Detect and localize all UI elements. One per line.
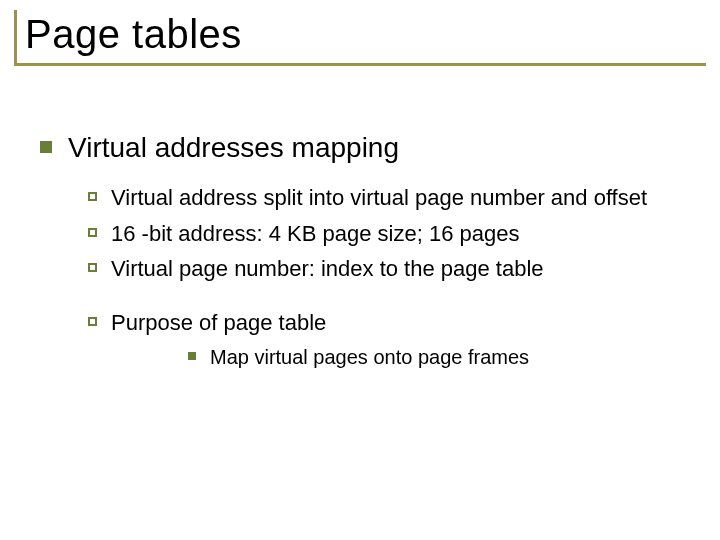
bullet-level1: Virtual addresses mapping: [40, 130, 680, 165]
bullet-level2: Purpose of page table: [88, 308, 680, 338]
level2-text: Purpose of page table: [111, 308, 326, 338]
bullet-level3: Map virtual pages onto page frames: [188, 344, 680, 370]
bullet-level2: Virtual page number: index to the page t…: [88, 254, 680, 284]
hollow-square-bullet-icon: [88, 263, 97, 272]
slide: Page tables Virtual addresses mapping Vi…: [0, 0, 720, 540]
bullet-level2: 16 -bit address: 4 KB page size; 16 page…: [88, 219, 680, 249]
hollow-square-bullet-icon: [88, 228, 97, 237]
square-bullet-icon: [188, 352, 196, 360]
hollow-square-bullet-icon: [88, 192, 97, 201]
level2-text: Virtual page number: index to the page t…: [111, 254, 544, 284]
square-bullet-icon: [40, 141, 52, 153]
level3-group: Map virtual pages onto page frames: [188, 344, 680, 370]
level1-text: Virtual addresses mapping: [68, 130, 399, 165]
title-underline: [14, 63, 706, 66]
level2-text: 16 -bit address: 4 KB page size; 16 page…: [111, 219, 519, 249]
level3-text: Map virtual pages onto page frames: [210, 344, 529, 370]
level2-group-b: Purpose of page table Map virtual pages …: [88, 308, 680, 370]
title-block: Page tables: [14, 10, 706, 66]
level2-text: Virtual address split into virtual page …: [111, 183, 647, 213]
slide-body: Virtual addresses mapping Virtual addres…: [40, 130, 680, 394]
hollow-square-bullet-icon: [88, 317, 97, 326]
slide-title: Page tables: [14, 10, 706, 63]
level2-group-a: Virtual address split into virtual page …: [88, 183, 680, 284]
bullet-level2: Virtual address split into virtual page …: [88, 183, 680, 213]
